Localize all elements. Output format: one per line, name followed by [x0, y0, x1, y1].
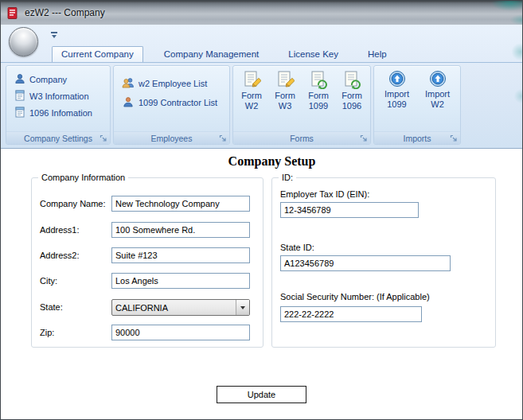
ribbon-group-imports: Import 1099 Import W2	[373, 65, 461, 145]
dialog-launcher-icon[interactable]	[360, 134, 368, 142]
company-setup-panel: Company Setup Company Information Compan…	[1, 149, 522, 420]
group-label: Company Settings	[24, 134, 92, 143]
company-person-icon	[14, 73, 25, 86]
group-label-bar: Employees	[114, 131, 229, 144]
form-pencil-icon	[275, 70, 295, 89]
form-1096-button[interactable]: Form 1096	[336, 68, 368, 130]
button-label-line: Form	[275, 91, 295, 101]
button-label-line: 1099	[387, 99, 406, 110]
state-id-label: State ID:	[280, 243, 314, 252]
group-label: Forms	[290, 134, 314, 143]
page-title: Company Setup	[1, 154, 522, 169]
address1-label: Address1:	[40, 225, 80, 235]
import-orb-icon	[388, 70, 406, 88]
dialog-launcher-icon[interactable]	[450, 134, 458, 142]
form-w3-button[interactable]: Form W3	[269, 68, 301, 130]
address2-label: Address2:	[40, 251, 80, 260]
button-label-line: Import	[384, 89, 409, 99]
ribbon-item-label: W3 Information	[29, 91, 89, 101]
tab-help[interactable]: Help	[359, 47, 396, 62]
groupbox-legend: Company Information	[38, 173, 128, 182]
window-title: ezW2 --- Company	[25, 7, 105, 18]
ein-input[interactable]	[280, 202, 419, 218]
qat-customize-caret-icon	[51, 32, 57, 33]
ein-label: Employer Tax ID (EIN):	[280, 189, 369, 199]
application-menu-button[interactable]	[9, 27, 38, 56]
contractor-list-icon	[122, 96, 135, 109]
zip-input[interactable]	[111, 325, 250, 340]
tab-current-company[interactable]: Current Company	[52, 46, 143, 62]
form-w2-button[interactable]: Form W2	[236, 68, 267, 130]
form-pencil-icon	[242, 70, 261, 89]
state-select[interactable]: CALIFORNIA	[111, 299, 250, 316]
ribbon: Current Company Company Management Licen…	[1, 25, 522, 149]
tab-license-key[interactable]: License Key	[279, 47, 347, 62]
ribbon-item-label: 1096 Infomation	[29, 108, 92, 118]
ribbon-tab-row: Current Company Company Management Licen…	[1, 44, 522, 63]
update-button[interactable]: Update	[217, 386, 306, 403]
form-green-icon	[309, 70, 328, 89]
group-label-bar: Imports	[374, 131, 460, 144]
dropdown-arrow-button[interactable]	[236, 300, 249, 315]
group-label-bar: Company Settings	[6, 131, 110, 144]
form-1096-icon	[14, 107, 25, 119]
button-label-line: W2	[431, 99, 444, 110]
button-label-line: 1099	[309, 101, 328, 111]
city-label: City:	[40, 276, 57, 286]
company-name-label: Company Name:	[40, 199, 106, 208]
groupbox-legend: ID:	[279, 173, 296, 182]
group-label: Employees	[151, 134, 193, 143]
form-green-icon	[342, 70, 361, 89]
employee-list-icon	[122, 77, 135, 90]
button-label-line: W3	[279, 101, 292, 111]
tab-company-management[interactable]: Company Management	[155, 47, 268, 62]
state-id-input[interactable]	[280, 255, 451, 271]
button-label-line: W2	[245, 101, 259, 111]
button-label-line: Form	[342, 91, 362, 101]
import-orb-icon	[429, 70, 447, 88]
group-label: Imports	[403, 134, 431, 143]
city-input[interactable]	[111, 273, 250, 289]
w3-form-icon	[14, 90, 25, 103]
ribbon-item-w3-information[interactable]: W3 Information	[14, 90, 110, 103]
ssn-input[interactable]	[280, 306, 422, 322]
company-information-groupbox: Company Information Company Name: Addres…	[31, 177, 263, 348]
import-w2-button[interactable]: Import W2	[418, 68, 457, 130]
group-label-bar: Forms	[233, 131, 370, 144]
dropdown-arrow-icon	[240, 306, 245, 309]
company-name-input[interactable]	[111, 196, 250, 212]
address2-input[interactable]	[111, 247, 250, 263]
ribbon-body: Company W3 Information	[1, 63, 522, 149]
button-label-line: 1096	[342, 101, 361, 111]
chevron-down-icon	[52, 35, 57, 38]
ribbon-group-forms: Form W2	[232, 65, 371, 145]
ribbon-item-1096-information[interactable]: 1096 Infomation	[14, 107, 110, 119]
dialog-launcher-icon[interactable]	[100, 134, 107, 142]
ribbon-item-label: Company	[29, 75, 67, 84]
ribbon-item-label: w2 Employee List	[139, 79, 207, 88]
state-label: State:	[40, 302, 63, 312]
button-label-line: Form	[241, 91, 262, 101]
address1-input[interactable]	[111, 222, 250, 238]
titlebar[interactable]: ezW2 --- Company	[1, 1, 522, 25]
ribbon-item-label: 1099 Contractor List	[139, 98, 217, 107]
ribbon-group-employees: w2 Employee List 1099 Contractor List	[113, 65, 230, 145]
ribbon-item-company[interactable]: Company	[14, 73, 110, 86]
dialog-launcher-icon[interactable]	[219, 134, 227, 142]
import-1099-button[interactable]: Import 1099	[377, 68, 416, 130]
app-icon	[7, 7, 19, 19]
ribbon-item-w2-employee-list[interactable]: w2 Employee List	[122, 77, 229, 90]
id-groupbox: ID: Employer Tax ID (EIN): State ID: Soc…	[271, 177, 496, 348]
ribbon-group-company-settings: Company W3 Information	[6, 65, 111, 145]
form-1099-button[interactable]: Form 1099	[302, 68, 334, 130]
app-window: ezW2 --- Company Current Company Company…	[0, 0, 523, 420]
state-select-value: CALIFORNIA	[112, 303, 236, 313]
zip-label: Zip:	[40, 328, 54, 337]
ribbon-item-1099-contractor-list[interactable]: 1099 Contractor List	[122, 96, 229, 109]
quick-access-customize-button[interactable]	[47, 29, 61, 41]
button-label-line: Import	[425, 89, 450, 99]
ssn-label: Social Security Number: (If Applicable)	[280, 292, 430, 301]
button-label-line: Form	[308, 91, 329, 101]
